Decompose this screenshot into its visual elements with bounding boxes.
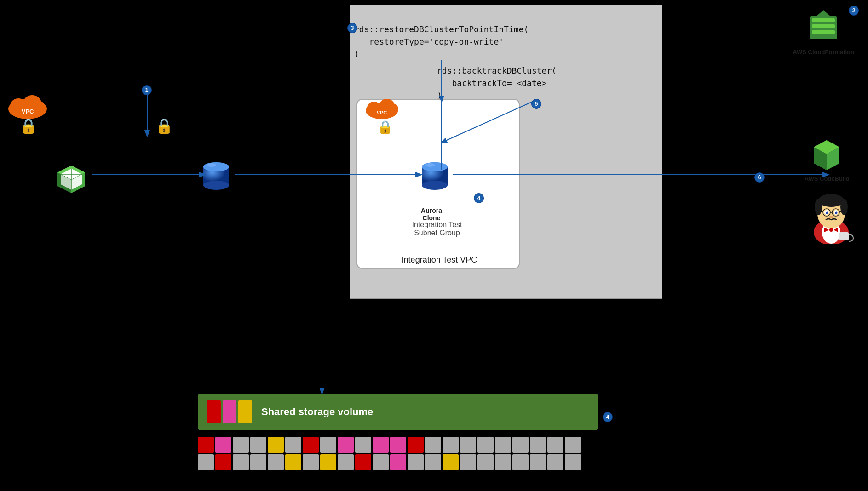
storage-block-pink [223, 400, 236, 423]
aws-codebuild: AWS CodeBuild [805, 138, 850, 182]
blue-sphere-integration [419, 159, 451, 195]
aws-cf-label: AWS CloudFormation [793, 49, 854, 56]
jenkins [808, 188, 854, 246]
svg-rect-33 [812, 30, 835, 34]
svg-point-8 [386, 103, 398, 114]
svg-point-48 [840, 199, 848, 215]
svg-rect-59 [839, 232, 849, 240]
svg-point-28 [422, 162, 448, 171]
itVpc-label: Integration Test VPC [375, 255, 504, 265]
svg-text:VPC: VPC [377, 110, 387, 115]
svg-text:VPC: VPC [22, 108, 34, 115]
badge-1: 1 [142, 85, 152, 95]
shared-storage-bar: Shared storage volume [198, 394, 598, 430]
badge-6: 6 [754, 172, 765, 183]
green-cube [51, 159, 92, 202]
vpc-cloud-integration: VPC [365, 94, 399, 121]
svg-point-22 [203, 181, 229, 190]
subnet-group-label: Integration TestSubnet Group [382, 221, 492, 237]
svg-point-47 [815, 199, 822, 215]
svg-line-57 [820, 211, 823, 212]
svg-point-44 [829, 228, 833, 232]
badge-4-bottom: 4 [603, 412, 613, 422]
code-block-1: rds::restoreDBClusterToPointInTime( rest… [354, 23, 529, 60]
aws-cb-label: AWS CodeBuild [805, 175, 850, 182]
svg-point-24 [207, 163, 216, 167]
storage-block-red [207, 400, 221, 423]
aurora-clone-label: AuroraClone [404, 207, 459, 222]
storage-label: Shared storage volume [261, 406, 373, 418]
lock-left: 🔒 [19, 117, 38, 135]
badge-5: 5 [531, 99, 541, 109]
storage-colored-blocks [207, 400, 252, 423]
svg-point-51 [826, 212, 828, 214]
svg-point-29 [425, 163, 435, 167]
lock-integration: 🔒 [377, 120, 393, 135]
blue-sphere-left [200, 159, 232, 195]
svg-point-46 [818, 194, 844, 207]
vpc-cloud-left: VPC [7, 90, 48, 121]
svg-marker-34 [816, 10, 830, 16]
svg-point-27 [422, 181, 448, 190]
svg-rect-32 [812, 24, 835, 28]
svg-point-23 [203, 162, 229, 171]
svg-point-53 [829, 216, 834, 218]
badge-4-top: 4 [474, 193, 484, 203]
svg-rect-31 [812, 18, 835, 22]
badge-2: 2 [849, 6, 859, 16]
storage-grid [198, 437, 581, 470]
svg-line-58 [839, 211, 843, 212]
code-block-2: rds::backtrackDBCluster( backtrackTo= <d… [437, 64, 557, 102]
badge-3: 3 [347, 23, 357, 33]
aws-cloudformation: AWS CloudFormation [793, 9, 854, 56]
storage-block-yellow [238, 400, 252, 423]
lock-mid: 🔒 [155, 117, 173, 135]
svg-point-52 [835, 212, 838, 214]
